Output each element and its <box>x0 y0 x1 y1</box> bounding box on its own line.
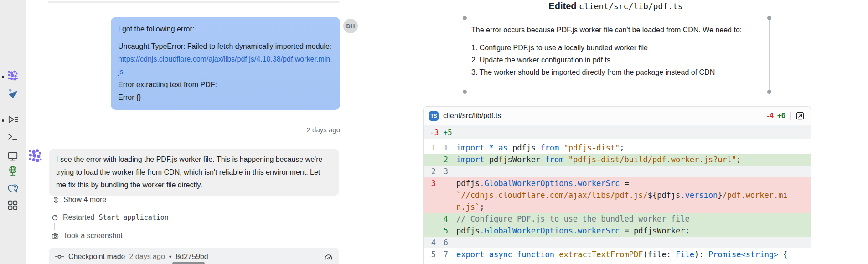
sidebar-item-workflows[interactable] <box>6 114 20 127</box>
diff-card: TS client/src/lib/pdf.ts -4 +6 -3 +5 11i… <box>423 106 811 264</box>
show-more-button[interactable]: Show 4 more <box>52 196 106 204</box>
selection-handle[interactable] <box>463 16 467 20</box>
sidebar-item-output[interactable] <box>6 150 20 164</box>
note-item: 2. Update the worker configuration in pd… <box>471 54 763 66</box>
diff-row: 57export async function extractTextFromP… <box>424 248 811 260</box>
checkpoint-separator: • <box>169 253 172 261</box>
user-message-line: Uncaught TypeError: Failed to fetch dyna… <box>118 40 333 53</box>
diff-row: 2import pdfjsWorker from "pdfjs-dist/bui… <box>424 154 811 166</box>
commit-checkpoint-icon <box>55 253 64 260</box>
note-items: 1. Configure PDF.js to use a locally bun… <box>471 41 763 78</box>
sidebar-divider <box>5 106 20 106</box>
old-line-number: 3 <box>424 177 436 213</box>
checkpoint-row[interactable]: Checkpoint made 2 days ago • 8d2759bd <box>49 248 339 264</box>
user-message-bubble: I got the following error:Uncaught TypeE… <box>111 17 340 110</box>
workflows-icon <box>7 114 19 127</box>
new-line-number: 6 <box>436 237 448 248</box>
expand-updown-icon <box>52 196 59 204</box>
code-line: pdfjs.GlobalWorkerOptions.workerSrc =`//… <box>456 177 811 213</box>
all-tools-icon <box>7 199 19 213</box>
hunk-additions: +5 <box>443 128 452 137</box>
edit-action: Edited <box>548 1 576 11</box>
diff-row: 4// Configure PDF.js to use the bundled … <box>424 213 811 225</box>
editor-panel: Edited client/src/lib/pdf.ts The error o… <box>363 0 868 264</box>
sidebar-item-networking[interactable] <box>6 165 20 179</box>
error-url-link[interactable]: https://cdnjs.cloudflare.com/ajax/libs/p… <box>118 55 332 76</box>
diff-row: 3pdfjs.GlobalWorkerOptions.workerSrc =`/… <box>424 177 811 213</box>
replit-workspace: I got the following error:Uncaught TypeE… <box>0 0 868 264</box>
old-line-number <box>424 213 436 225</box>
sidebar-item-assistant[interactable] <box>6 87 20 101</box>
selection-handle[interactable] <box>767 16 771 20</box>
note-intro: The error occurs because PDF.js worker f… <box>471 24 763 36</box>
old-line-number <box>424 154 436 166</box>
open-in-editor-icon[interactable] <box>795 111 805 121</box>
code-line <box>456 166 811 177</box>
code-line <box>456 237 811 248</box>
checkpoint-hash: 8d2759bd <box>176 253 208 261</box>
assistant-icon <box>7 87 19 101</box>
agent-chat-panel: I got the following error:Uncaught TypeE… <box>26 0 363 264</box>
refresh-icon <box>51 214 59 222</box>
database-icon <box>7 183 19 197</box>
camera-icon <box>51 232 59 240</box>
show-more-label: Show 4 more <box>63 196 106 204</box>
replit-agent-icon <box>27 157 43 165</box>
notification-dot <box>2 119 4 122</box>
hunk-deletions: -3 <box>430 128 439 137</box>
diff-row: 11import * as pdfjs from "pdfjs-dist"; <box>424 142 811 154</box>
sidebar-item-agent[interactable] <box>6 70 20 83</box>
rollback-gauge-icon[interactable] <box>324 253 333 261</box>
shell-icon <box>7 131 19 145</box>
action-connector-line <box>54 223 55 230</box>
message-timestamp: 2 days ago <box>307 126 340 134</box>
screenshot-action-label: Took a screenshot <box>63 232 123 240</box>
clipped-next-row <box>172 262 205 264</box>
diff-row: 23 <box>424 166 811 177</box>
code-line: import * as pdfjs from "pdfjs-dist"; <box>456 142 811 154</box>
new-line-number <box>436 177 448 213</box>
diff-row: 5pdfjs.GlobalWorkerOptions.workerSrc = p… <box>424 225 811 237</box>
sidebar-item-database[interactable] <box>6 183 20 197</box>
code-line: pdfjs.GlobalWorkerOptions.workerSrc = pd… <box>456 225 811 237</box>
sidebar-item-all-tools[interactable] <box>6 199 20 213</box>
diff-hunk-header: -3 +5 <box>424 125 811 139</box>
diff-header[interactable]: TS client/src/lib/pdf.ts -4 +6 <box>424 107 811 125</box>
sidebar-item-shell[interactable] <box>6 131 20 145</box>
checkpoint-time: 2 days ago <box>129 253 165 261</box>
previous-message-edge <box>48 1 340 3</box>
output-icon <box>7 150 19 164</box>
deletions-count: -4 <box>767 112 774 120</box>
old-line-number: 5 <box>424 248 436 260</box>
code-line: // Configure PDF.js to use the bundled w… <box>456 213 811 225</box>
diff-row: 46 <box>424 237 811 248</box>
paragraph-gap <box>118 36 333 40</box>
selection-handle[interactable] <box>463 90 467 94</box>
new-line-number: 2 <box>436 154 448 166</box>
restart-action-row: Restarted Start application <box>51 213 169 222</box>
assistant-message-bubble: I see the error with loading the PDF.js … <box>49 149 339 196</box>
additions-count: +6 <box>777 112 785 120</box>
selection-handle[interactable] <box>767 90 771 94</box>
new-line-number: 4 <box>436 213 448 225</box>
edited-file-path: client/src/lib/pdf.ts <box>579 1 683 11</box>
header-divider <box>790 112 790 120</box>
old-line-number <box>424 225 436 237</box>
notification-dot <box>2 76 4 78</box>
checkpoint-label: Checkpoint made <box>68 253 125 261</box>
old-line-number: 1 <box>424 142 436 154</box>
user-message-line: Error extracting text from PDF: <box>118 78 333 91</box>
new-line-number: 5 <box>436 225 448 237</box>
code-line: import pdfjsWorker from "pdfjs-dist/buil… <box>456 154 811 166</box>
user-message-line: https://cdnjs.cloudflare.com/ajax/libs/p… <box>118 53 333 78</box>
new-line-number: 3 <box>436 166 448 177</box>
note-item: 1. Configure PDF.js to use a locally bun… <box>471 41 763 54</box>
diff-code: 11import * as pdfjs from "pdfjs-dist";2i… <box>424 139 811 260</box>
user-message-line: I got the following error: <box>118 23 333 36</box>
agent-icon <box>7 70 19 83</box>
edit-summary-title: Edited client/src/lib/pdf.ts <box>363 1 868 11</box>
code-line: export async function extractTextFromPDF… <box>456 248 811 260</box>
selected-note-box[interactable]: The error occurs because PDF.js worker f… <box>465 18 770 92</box>
old-line-number: 2 <box>424 166 436 177</box>
restart-action-label: Restarted <box>63 213 94 222</box>
